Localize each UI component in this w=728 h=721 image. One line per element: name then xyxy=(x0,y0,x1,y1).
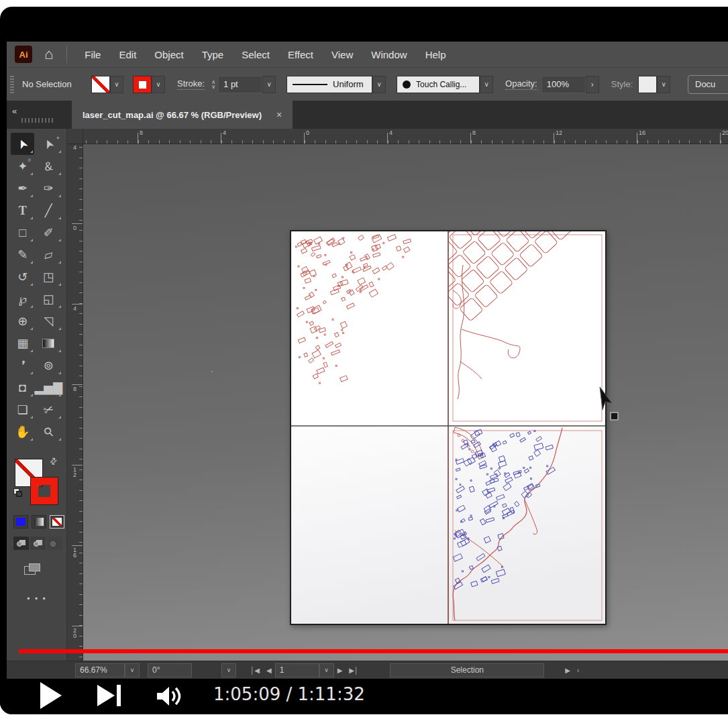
first-artboard-icon[interactable]: │◀ xyxy=(247,667,263,674)
fill-color-swatch[interactable] xyxy=(91,76,110,93)
blend-tool[interactable]: ⊚ xyxy=(34,354,62,376)
play-icon[interactable] xyxy=(40,682,62,709)
stroke-color-swatch[interactable] xyxy=(133,76,152,93)
width-profile-chevron-icon[interactable]: ∨ xyxy=(372,76,386,93)
mesh-tool-glyph: ▦ xyxy=(17,337,28,349)
style-swatch[interactable] xyxy=(638,76,657,93)
mesh-tool[interactable]: ▦ xyxy=(11,332,34,354)
menu-item-window[interactable]: Window xyxy=(371,49,407,60)
menu-item-object[interactable]: Object xyxy=(154,49,183,60)
artboard-tool[interactable]: ❏ xyxy=(11,398,34,421)
shaper-tool[interactable]: ✎ xyxy=(11,243,34,266)
scale-tool[interactable]: ◳ xyxy=(34,266,62,288)
illustrator-logo-icon[interactable]: Ai xyxy=(15,46,32,63)
vertical-ruler[interactable]: 40481 21 62 0 xyxy=(67,144,83,661)
zoom-chevron-icon[interactable]: ∨ xyxy=(125,663,140,677)
rectangle-tool[interactable]: □ xyxy=(11,221,34,243)
artboards[interactable] xyxy=(290,230,607,625)
menu-item-type[interactable]: Type xyxy=(202,49,224,60)
toolbar-drag-handle[interactable] xyxy=(21,118,54,123)
line-segment-tool[interactable]: ╱ xyxy=(34,199,62,221)
ruler-tick xyxy=(315,140,315,144)
next-video-icon[interactable] xyxy=(97,685,121,706)
curvature-tool[interactable]: ✑ xyxy=(34,177,62,199)
default-fill-stroke-icon[interactable] xyxy=(13,488,23,498)
lasso-tool[interactable]: & xyxy=(34,155,62,177)
pen-tool[interactable]: ✒ xyxy=(11,177,34,199)
fill-dropdown-chevron-icon[interactable]: ∨ xyxy=(110,76,123,93)
none-button[interactable] xyxy=(50,515,64,529)
ruler-corner[interactable] xyxy=(67,129,83,144)
selection-tool[interactable]: ➤ xyxy=(11,133,34,155)
video-player[interactable]: Ai ⌂ FileEditObjectTypeSelectEffectViewW… xyxy=(0,7,728,714)
gradient-button[interactable] xyxy=(32,515,46,529)
stroke-weight-input[interactable]: 1 pt xyxy=(218,76,262,93)
volume-icon[interactable] xyxy=(156,684,181,708)
previous-artboard-icon[interactable]: ◀ xyxy=(263,667,275,674)
perspective-grid-tool[interactable]: ◹ xyxy=(34,310,62,332)
draw-behind-button[interactable] xyxy=(30,537,46,550)
slice-tool[interactable]: ✂ xyxy=(34,398,62,421)
menu-item-edit[interactable]: Edit xyxy=(119,49,136,60)
last-artboard-icon[interactable]: ▶│ xyxy=(346,667,362,674)
opacity-input[interactable]: 100% xyxy=(541,76,586,93)
zoom-level-field[interactable]: 66.67% xyxy=(75,663,125,677)
brush-chevron-icon[interactable]: ∨ xyxy=(480,76,493,93)
draw-normal-button[interactable] xyxy=(13,537,29,550)
width-tool[interactable]: ℘ xyxy=(11,288,34,310)
rotation-field[interactable]: 0° xyxy=(148,663,192,677)
status-collapse-icon[interactable]: ‹ xyxy=(574,667,582,674)
stroke-weight-chevron-icon[interactable]: ∨ xyxy=(262,76,276,93)
gradient-tool[interactable] xyxy=(34,332,62,354)
menu-item-select[interactable]: Select xyxy=(242,49,270,60)
magic-wand-tool[interactable]: ✦✧ xyxy=(11,155,34,177)
horizontal-ruler[interactable]: 84048121620 xyxy=(83,129,728,144)
width-profile-dropdown[interactable]: Uniform xyxy=(287,76,372,93)
opacity-label[interactable]: Opacity: xyxy=(505,78,537,90)
panel-drag-handle[interactable] xyxy=(10,76,14,93)
eyedropper-tool[interactable]: ❜ xyxy=(11,354,34,376)
document-setup-button[interactable]: Docu xyxy=(688,75,728,94)
free-transform-tool[interactable]: ◱ xyxy=(34,288,62,310)
status-expand-icon[interactable]: ▶ xyxy=(562,667,574,674)
stroke-weight-stepper[interactable]: ∧ ∨ xyxy=(211,80,215,89)
screen-mode-icon[interactable] xyxy=(24,563,42,577)
rotate-tool[interactable]: ↺ xyxy=(11,266,34,288)
canvas[interactable] xyxy=(83,144,728,661)
column-graph-tool[interactable]: ▂▅▇ xyxy=(34,376,62,398)
brush-dropdown[interactable]: Touch Callig... xyxy=(397,76,480,93)
draw-inside-button[interactable] xyxy=(47,537,62,550)
laser-cut-map-artwork[interactable] xyxy=(290,230,607,625)
hand-tool[interactable]: ✋ xyxy=(11,421,34,443)
symbol-sprayer-tool[interactable]: ◘ xyxy=(11,376,34,398)
color-button[interactable] xyxy=(13,515,28,529)
paintbrush-tool[interactable]: ✐ xyxy=(34,221,62,243)
artboard-number-field[interactable]: 1 xyxy=(275,663,319,677)
home-icon[interactable]: ⌂ xyxy=(44,47,53,62)
stroke-dropdown-chevron-icon[interactable]: ∨ xyxy=(152,76,165,93)
menu-item-effect[interactable]: Effect xyxy=(288,49,313,60)
swap-fill-stroke-icon[interactable]: ⇄ xyxy=(47,455,59,467)
direct-selection-tool[interactable]: ➤+ xyxy=(34,133,62,155)
type-tool[interactable]: T xyxy=(11,199,34,221)
eraser-tool[interactable]: ▱ xyxy=(34,243,62,266)
document-tab[interactable]: laser_cut_map.ai @ 66.67 % (RGB/Preview)… xyxy=(72,101,293,129)
ruler-tick xyxy=(97,140,97,144)
menu-item-help[interactable]: Help xyxy=(425,49,446,60)
stroke-swatch[interactable] xyxy=(31,478,58,504)
menu-item-file[interactable]: File xyxy=(85,49,101,60)
edit-toolbar-icon[interactable]: • • • xyxy=(7,594,67,604)
menu-item-view[interactable]: View xyxy=(331,49,353,60)
video-progress-bar[interactable] xyxy=(19,649,728,653)
style-chevron-icon[interactable]: ∨ xyxy=(657,76,670,93)
next-artboard-icon[interactable]: ▶ xyxy=(334,667,346,674)
opacity-popout-icon[interactable]: › xyxy=(586,76,599,93)
shape-builder-tool[interactable]: ⊕ xyxy=(11,310,34,332)
rotation-chevron-icon[interactable]: ∨ xyxy=(221,663,236,677)
collapse-panel-icon[interactable]: « xyxy=(12,106,17,116)
close-tab-icon[interactable]: × xyxy=(276,109,282,120)
artboard-chevron-icon[interactable]: ∨ xyxy=(319,663,334,677)
stroke-weight-label[interactable]: Stroke: xyxy=(177,78,205,90)
stepper-down-icon[interactable]: ∨ xyxy=(211,85,215,89)
zoom-tool[interactable]: ⚲ xyxy=(34,421,62,443)
